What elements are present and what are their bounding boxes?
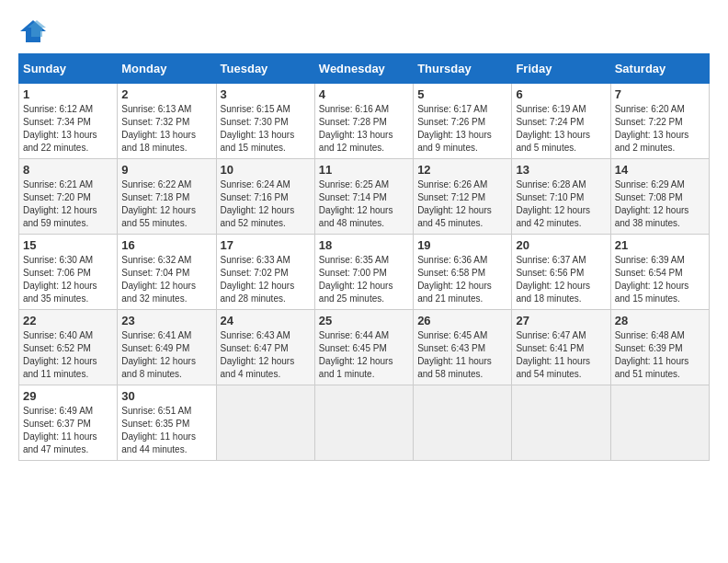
logo	[18, 18, 51, 44]
day-number: 3	[221, 87, 311, 101]
day-header-tuesday: Tuesday	[216, 54, 314, 84]
calendar-cell: 20Sunrise: 6:37 AM Sunset: 6:56 PM Dayli…	[512, 235, 610, 310]
day-info: Sunrise: 6:41 AM Sunset: 6:49 PM Dayligh…	[121, 329, 211, 381]
day-number: 23	[121, 314, 211, 327]
day-number: 6	[516, 87, 606, 101]
calendar-cell: 3Sunrise: 6:15 AM Sunset: 7:30 PM Daylig…	[216, 84, 314, 159]
day-info: Sunrise: 6:21 AM Sunset: 7:20 PM Dayligh…	[23, 178, 113, 230]
calendar-week-row: 1Sunrise: 6:12 AM Sunset: 7:34 PM Daylig…	[19, 84, 710, 159]
day-info: Sunrise: 6:39 AM Sunset: 6:54 PM Dayligh…	[615, 254, 705, 305]
calendar-cell	[512, 385, 610, 461]
day-header-wednesday: Wednesday	[314, 54, 413, 84]
day-info: Sunrise: 6:32 AM Sunset: 7:04 PM Dayligh…	[121, 254, 211, 305]
day-info: Sunrise: 6:29 AM Sunset: 7:08 PM Dayligh…	[615, 178, 705, 230]
calendar-cell: 30Sunrise: 6:51 AM Sunset: 6:35 PM Dayli…	[118, 385, 216, 461]
day-number: 11	[319, 163, 409, 177]
calendar-cell: 19Sunrise: 6:36 AM Sunset: 6:58 PM Dayli…	[414, 235, 512, 310]
day-number: 12	[417, 163, 507, 177]
calendar-cell: 1Sunrise: 6:12 AM Sunset: 7:34 PM Daylig…	[19, 84, 118, 159]
day-number: 24	[221, 314, 311, 327]
day-info: Sunrise: 6:16 AM Sunset: 7:28 PM Dayligh…	[319, 103, 409, 155]
day-info: Sunrise: 6:17 AM Sunset: 7:26 PM Dayligh…	[417, 103, 507, 155]
calendar-cell: 22Sunrise: 6:40 AM Sunset: 6:52 PM Dayli…	[19, 310, 118, 385]
day-info: Sunrise: 6:36 AM Sunset: 6:58 PM Dayligh…	[417, 254, 507, 305]
calendar-cell: 11Sunrise: 6:25 AM Sunset: 7:14 PM Dayli…	[314, 159, 413, 235]
day-number: 26	[417, 314, 507, 327]
day-number: 22	[23, 314, 113, 327]
day-number: 21	[615, 238, 705, 252]
calendar-cell: 15Sunrise: 6:30 AM Sunset: 7:06 PM Dayli…	[19, 235, 118, 310]
day-number: 15	[23, 238, 113, 252]
calendar-cell: 29Sunrise: 6:49 AM Sunset: 6:37 PM Dayli…	[19, 385, 118, 461]
day-header-saturday: Saturday	[610, 54, 709, 84]
calendar-cell: 24Sunrise: 6:43 AM Sunset: 6:47 PM Dayli…	[216, 310, 314, 385]
calendar-cell: 9Sunrise: 6:22 AM Sunset: 7:18 PM Daylig…	[118, 159, 216, 235]
day-number: 20	[516, 238, 606, 252]
day-number: 30	[121, 389, 211, 403]
day-number: 8	[23, 163, 113, 177]
calendar-week-row: 22Sunrise: 6:40 AM Sunset: 6:52 PM Dayli…	[19, 310, 710, 385]
day-header-monday: Monday	[118, 54, 216, 84]
day-number: 16	[121, 238, 211, 252]
calendar-cell: 17Sunrise: 6:33 AM Sunset: 7:02 PM Dayli…	[216, 235, 314, 310]
day-info: Sunrise: 6:19 AM Sunset: 7:24 PM Dayligh…	[516, 103, 606, 155]
calendar-cell: 10Sunrise: 6:24 AM Sunset: 7:16 PM Dayli…	[216, 159, 314, 235]
day-number: 27	[516, 314, 606, 327]
calendar-cell: 2Sunrise: 6:13 AM Sunset: 7:32 PM Daylig…	[118, 84, 216, 159]
calendar-cell: 26Sunrise: 6:45 AM Sunset: 6:43 PM Dayli…	[414, 310, 512, 385]
day-info: Sunrise: 6:51 AM Sunset: 6:35 PM Dayligh…	[121, 405, 211, 456]
calendar-cell: 27Sunrise: 6:47 AM Sunset: 6:41 PM Dayli…	[512, 310, 610, 385]
day-number: 13	[516, 163, 606, 177]
day-number: 2	[121, 87, 211, 101]
day-number: 14	[615, 163, 705, 177]
day-header-friday: Friday	[512, 54, 610, 84]
calendar-week-row: 29Sunrise: 6:49 AM Sunset: 6:37 PM Dayli…	[19, 385, 710, 461]
day-header-thursday: Thursday	[414, 54, 512, 84]
calendar-cell: 8Sunrise: 6:21 AM Sunset: 7:20 PM Daylig…	[19, 159, 118, 235]
day-number: 7	[615, 87, 705, 101]
calendar-cell: 6Sunrise: 6:19 AM Sunset: 7:24 PM Daylig…	[512, 84, 610, 159]
day-info: Sunrise: 6:45 AM Sunset: 6:43 PM Dayligh…	[417, 329, 507, 381]
day-info: Sunrise: 6:12 AM Sunset: 7:34 PM Dayligh…	[23, 103, 113, 155]
day-number: 10	[221, 163, 311, 177]
day-info: Sunrise: 6:44 AM Sunset: 6:45 PM Dayligh…	[319, 329, 409, 381]
calendar-cell: 23Sunrise: 6:41 AM Sunset: 6:49 PM Dayli…	[118, 310, 216, 385]
calendar-cell: 4Sunrise: 6:16 AM Sunset: 7:28 PM Daylig…	[314, 84, 413, 159]
day-number: 1	[23, 87, 113, 101]
calendar-week-row: 8Sunrise: 6:21 AM Sunset: 7:20 PM Daylig…	[19, 159, 710, 235]
day-info: Sunrise: 6:28 AM Sunset: 7:10 PM Dayligh…	[516, 178, 606, 230]
day-number: 4	[319, 87, 409, 101]
calendar-cell: 12Sunrise: 6:26 AM Sunset: 7:12 PM Dayli…	[414, 159, 512, 235]
day-info: Sunrise: 6:22 AM Sunset: 7:18 PM Dayligh…	[121, 178, 211, 230]
day-number: 9	[121, 163, 211, 177]
day-number: 25	[319, 314, 409, 327]
calendar-header-row: SundayMondayTuesdayWednesdayThursdayFrid…	[19, 54, 710, 84]
day-info: Sunrise: 6:25 AM Sunset: 7:14 PM Dayligh…	[319, 178, 409, 230]
calendar-cell: 14Sunrise: 6:29 AM Sunset: 7:08 PM Dayli…	[610, 159, 709, 235]
day-info: Sunrise: 6:33 AM Sunset: 7:02 PM Dayligh…	[221, 254, 311, 305]
calendar-cell: 5Sunrise: 6:17 AM Sunset: 7:26 PM Daylig…	[414, 84, 512, 159]
day-number: 5	[417, 87, 507, 101]
calendar-cell: 18Sunrise: 6:35 AM Sunset: 7:00 PM Dayli…	[314, 235, 413, 310]
calendar-cell: 13Sunrise: 6:28 AM Sunset: 7:10 PM Dayli…	[512, 159, 610, 235]
day-info: Sunrise: 6:15 AM Sunset: 7:30 PM Dayligh…	[221, 103, 311, 155]
calendar-cell: 21Sunrise: 6:39 AM Sunset: 6:54 PM Dayli…	[610, 235, 709, 310]
header	[18, 18, 710, 44]
day-info: Sunrise: 6:37 AM Sunset: 6:56 PM Dayligh…	[516, 254, 606, 305]
day-info: Sunrise: 6:48 AM Sunset: 6:39 PM Dayligh…	[615, 329, 705, 381]
calendar-week-row: 15Sunrise: 6:30 AM Sunset: 7:06 PM Dayli…	[19, 235, 710, 310]
day-info: Sunrise: 6:13 AM Sunset: 7:32 PM Dayligh…	[121, 103, 211, 155]
calendar-cell: 16Sunrise: 6:32 AM Sunset: 7:04 PM Dayli…	[118, 235, 216, 310]
day-number: 17	[221, 238, 311, 252]
calendar-cell	[610, 385, 709, 461]
day-info: Sunrise: 6:30 AM Sunset: 7:06 PM Dayligh…	[23, 254, 113, 305]
day-info: Sunrise: 6:24 AM Sunset: 7:16 PM Dayligh…	[221, 178, 311, 230]
day-info: Sunrise: 6:47 AM Sunset: 6:41 PM Dayligh…	[516, 329, 606, 381]
calendar-table: SundayMondayTuesdayWednesdayThursdayFrid…	[18, 53, 710, 461]
day-number: 29	[23, 389, 113, 403]
day-number: 28	[615, 314, 705, 327]
calendar-cell: 7Sunrise: 6:20 AM Sunset: 7:22 PM Daylig…	[610, 84, 709, 159]
day-header-sunday: Sunday	[19, 54, 118, 84]
day-info: Sunrise: 6:26 AM Sunset: 7:12 PM Dayligh…	[417, 178, 507, 230]
calendar-cell: 25Sunrise: 6:44 AM Sunset: 6:45 PM Dayli…	[314, 310, 413, 385]
